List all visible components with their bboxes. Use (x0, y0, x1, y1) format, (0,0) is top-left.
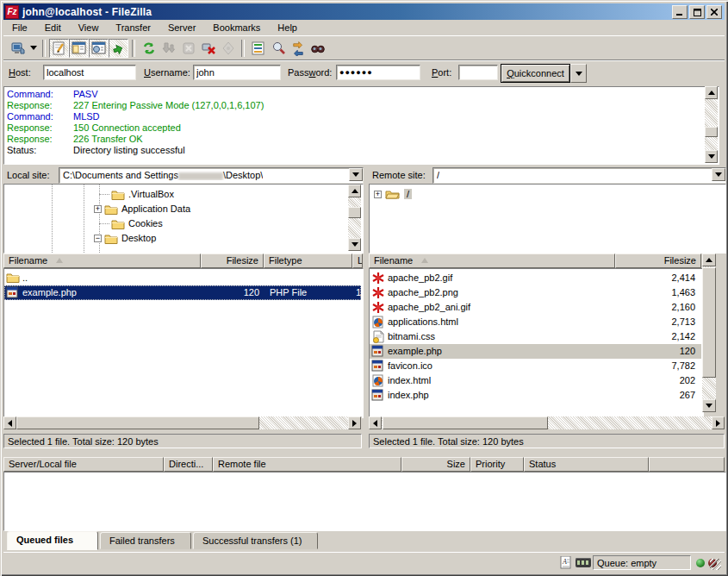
remote-file-row-selected[interactable]: example.php 120 (370, 344, 701, 359)
menu-view[interactable]: View (70, 21, 108, 34)
username-label: Username: (144, 67, 190, 78)
toggle-transfer-queue-button[interactable] (109, 39, 128, 58)
remote-file-row[interactable]: applications.html 2,713 (370, 315, 701, 329)
cancel-operation-button[interactable] (178, 39, 198, 58)
remote-horizontal-scrollbar[interactable] (369, 416, 725, 430)
local-site-dropdown-icon[interactable] (349, 168, 363, 181)
remote-site-combobox[interactable]: / (432, 167, 726, 184)
local-tree-scrollbar[interactable] (348, 185, 361, 251)
process-queue-button[interactable] (159, 39, 178, 58)
expand-minus-icon[interactable]: − (94, 235, 102, 242)
tree-item[interactable]: + Application Data (94, 202, 190, 216)
local-file-row-selected[interactable]: example.php 120 PHP File 1 (4, 285, 361, 300)
local-column-filesize[interactable]: Filesize (201, 254, 264, 268)
php-file-icon (371, 345, 385, 358)
quickconnect-button[interactable]: Quickconnect (501, 64, 570, 83)
title-bar[interactable]: Fz john@localhost - FileZilla (3, 3, 725, 20)
log-scrollbar[interactable] (705, 86, 718, 163)
tab-queued-files[interactable]: Queued files (7, 531, 98, 550)
tree-item[interactable]: .VirtualBox (101, 187, 174, 201)
log-line: Response:227 Entering Passive Mode (127,… (7, 100, 264, 110)
remote-site-dropdown-icon[interactable] (712, 168, 725, 181)
tab-failed-transfers[interactable]: Failed transfers (100, 532, 191, 549)
queue-column-remotefile[interactable]: Remote file (213, 457, 401, 472)
menu-help[interactable]: Help (269, 21, 306, 34)
host-label: Host: (9, 67, 31, 78)
local-file-row[interactable]: .. (4, 271, 361, 285)
message-log[interactable]: Command:PASV Response:227 Entering Passi… (3, 86, 719, 165)
redacted-username (178, 172, 223, 180)
indicator-badge-icon[interactable] (576, 558, 591, 567)
site-manager-button[interactable] (8, 39, 28, 58)
log-line: Command:PASV (7, 89, 98, 99)
tree-item[interactable]: − Desktop (94, 231, 156, 245)
folder-icon (6, 272, 20, 285)
site-manager-dropdown-icon[interactable] (28, 39, 39, 58)
expand-plus-icon[interactable]: + (374, 191, 382, 198)
remote-file-row[interactable]: bitnami.css 2,142 (370, 329, 701, 344)
minimize-button[interactable] (672, 5, 688, 19)
password-input[interactable] (336, 65, 420, 80)
maximize-button[interactable] (689, 5, 705, 19)
close-button[interactable] (706, 5, 722, 19)
menu-server[interactable]: Server (159, 21, 204, 34)
toggle-remote-tree-button[interactable] (89, 39, 109, 58)
remote-vertical-scrollbar[interactable] (702, 254, 716, 412)
remote-file-row[interactable]: apache_pb2_ani.gif 2,160 (370, 300, 701, 315)
local-column-filename[interactable]: Filename (3, 254, 201, 268)
tree-item[interactable]: + / (374, 187, 412, 201)
synchronized-browsing-button[interactable] (288, 39, 308, 58)
remote-file-list[interactable]: apache_pb2.gif 2,414 apache_pb2.png 1,46… (369, 268, 704, 418)
tab-successful-transfers[interactable]: Successful transfers (1) (193, 532, 318, 549)
remote-file-row[interactable]: index.php 267 (370, 388, 701, 403)
toolbar (3, 35, 725, 59)
remote-file-row[interactable]: index.html 202 (370, 373, 701, 388)
remote-selection-status: Selected 1 file. Total size: 120 bytes (369, 434, 725, 448)
remote-file-row[interactable]: favicon.ico 7,782 (370, 359, 701, 373)
tree-item[interactable]: Cookies (101, 216, 163, 230)
queue-column-serverlocal[interactable]: Server/Local file (3, 457, 164, 472)
toggle-message-log-button[interactable] (49, 39, 69, 58)
remote-file-row[interactable]: apache_pb2.png 1,463 (370, 285, 701, 300)
quickconnect-dropdown-icon[interactable] (570, 64, 587, 83)
transfer-queue-list[interactable] (3, 472, 726, 531)
refresh-button[interactable] (139, 39, 159, 58)
expand-plus-icon[interactable]: + (94, 205, 102, 213)
find-files-button[interactable] (308, 39, 327, 58)
local-selection-status: Selected 1 file. Total size: 120 bytes (3, 434, 362, 448)
local-site-combobox[interactable]: C:\Documents and Settings\Desktop\ (59, 167, 364, 184)
local-file-list[interactable]: .. example.php 120 PHP File 1 (3, 268, 364, 418)
local-column-lastmodified[interactable]: L (352, 254, 363, 268)
filezilla-app-icon: Fz (5, 5, 19, 19)
resize-grip[interactable] (710, 559, 721, 570)
php-file-icon (371, 389, 385, 402)
menu-file[interactable]: File (3, 21, 36, 34)
local-column-filetype[interactable]: Filetype (264, 254, 352, 268)
remote-directory-tree[interactable]: + / (369, 184, 726, 254)
username-input[interactable] (193, 65, 281, 80)
remote-column-filesize[interactable]: Filesize (615, 254, 701, 268)
local-horizontal-scrollbar[interactable] (3, 416, 362, 430)
css-file-icon (371, 330, 385, 343)
queue-column-status[interactable]: Status (524, 457, 649, 472)
remote-column-filename[interactable]: Filename (369, 254, 615, 268)
menu-bar: File Edit View Transfer Server Bookmarks… (3, 20, 725, 35)
disconnect-button[interactable] (198, 39, 218, 58)
menu-edit[interactable]: Edit (36, 21, 70, 34)
queue-column-direction[interactable]: Directi... (164, 457, 213, 472)
toggle-local-tree-button[interactable] (69, 39, 89, 58)
status-bar: A Queue: empty (3, 552, 725, 573)
sort-ascending-icon (421, 254, 428, 263)
host-input[interactable] (43, 65, 136, 80)
directory-listing-filters-button[interactable] (248, 39, 268, 58)
queue-column-size[interactable]: Size (401, 457, 470, 472)
menu-bookmarks[interactable]: Bookmarks (204, 21, 269, 34)
queue-column-priority[interactable]: Priority (470, 457, 524, 472)
reconnect-button[interactable] (218, 39, 238, 58)
directory-comparison-button[interactable] (268, 39, 288, 58)
data-type-indicator-icon[interactable]: A (560, 556, 573, 569)
local-directory-tree[interactable]: .VirtualBox + Application Data Cookies −… (3, 184, 364, 254)
port-input[interactable] (458, 65, 498, 80)
menu-transfer[interactable]: Transfer (107, 21, 159, 34)
remote-file-row[interactable]: apache_pb2.gif 2,414 (370, 271, 701, 285)
